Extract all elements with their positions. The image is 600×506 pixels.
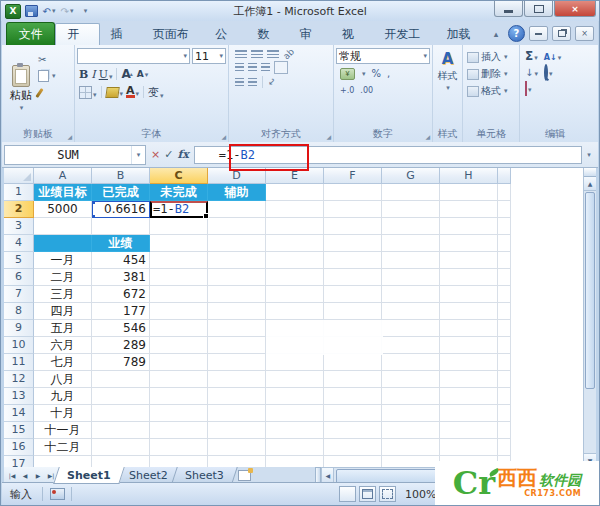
cell-G10[interactable]	[382, 337, 440, 354]
cell-F12[interactable]	[324, 371, 382, 388]
tab-视图[interactable]: 视图	[331, 24, 373, 45]
row-header-16[interactable]: 16	[4, 439, 34, 456]
wrap-text-button[interactable]: ↩	[266, 76, 278, 88]
cell-G16[interactable]	[382, 439, 440, 456]
cell-F3[interactable]	[324, 218, 382, 235]
increase-indent-button[interactable]	[248, 78, 257, 87]
column-header-H[interactable]: H	[440, 168, 498, 184]
row-header-9[interactable]: 9	[4, 320, 34, 337]
format-cells-button[interactable]: 格式▾	[465, 84, 517, 98]
cell-A4[interactable]	[34, 235, 92, 252]
column-header-D[interactable]: D	[208, 168, 266, 184]
cell-B12[interactable]	[92, 371, 150, 388]
cell-C17[interactable]	[150, 456, 208, 467]
cell-G12[interactable]	[382, 371, 440, 388]
excel-app-icon[interactable]: X	[5, 4, 21, 19]
cell-H13[interactable]	[440, 388, 498, 405]
percent-style-button[interactable]: %	[372, 68, 382, 79]
first-sheet-button[interactable]: |◀	[6, 469, 18, 482]
cell-H12[interactable]	[440, 371, 498, 388]
cell-B2[interactable]: 0.6616	[92, 201, 150, 218]
orientation-button[interactable]: ab	[281, 46, 296, 61]
accounting-format-button[interactable]: ¥	[340, 68, 355, 80]
cell-D1[interactable]: 辅助	[208, 184, 266, 201]
cell-C4[interactable]	[150, 235, 208, 252]
autosum-button[interactable]: Σ▾	[525, 49, 538, 63]
column-header-G[interactable]: G	[382, 168, 440, 184]
cell-D6[interactable]	[208, 269, 266, 286]
cell-E12[interactable]	[266, 371, 324, 388]
cell-C15[interactable]	[150, 422, 208, 439]
row-header-4[interactable]: 4	[4, 235, 34, 252]
align-right-button[interactable]	[261, 63, 270, 72]
row-header-10[interactable]: 10	[4, 337, 34, 354]
cell-G6[interactable]	[382, 269, 440, 286]
file-tab[interactable]: 文件	[6, 22, 55, 45]
row-header-3[interactable]: 3	[4, 218, 34, 235]
delete-cells-button[interactable]: 删除▾	[465, 67, 517, 81]
cell-F4[interactable]	[324, 235, 382, 252]
cell-A10[interactable]: 六月	[34, 337, 92, 354]
cell-H4[interactable]	[440, 235, 498, 252]
cell-H3[interactable]	[440, 218, 498, 235]
cell-H9[interactable]	[440, 320, 498, 337]
cell-D12[interactable]	[208, 371, 266, 388]
tab-开始[interactable]: 开始	[55, 23, 99, 45]
vertical-scroll-thumb[interactable]	[585, 192, 595, 389]
cell-E11[interactable]	[266, 354, 324, 371]
paste-button[interactable]: 粘贴 ▾	[4, 48, 38, 128]
cell-B7[interactable]: 672	[92, 286, 150, 303]
workbook-close-button[interactable]: ×	[575, 26, 594, 41]
cell-G7[interactable]	[382, 286, 440, 303]
italic-button[interactable]: I	[91, 68, 95, 81]
cell-F14[interactable]	[324, 405, 382, 422]
cell-F16[interactable]	[324, 439, 382, 456]
insert-function-button[interactable]: fx	[177, 148, 188, 161]
cell-C11[interactable]	[150, 354, 208, 371]
minimize-button[interactable]	[494, 1, 523, 17]
name-box[interactable]: SUM ▾	[4, 145, 146, 165]
cell-B10[interactable]: 289	[92, 337, 150, 354]
clear-button[interactable]: ▾	[525, 82, 532, 95]
expand-formula-bar-icon[interactable]: ▾	[582, 151, 596, 159]
cell-C16[interactable]	[150, 439, 208, 456]
cell-E16[interactable]	[266, 439, 324, 456]
save-button[interactable]	[23, 4, 39, 18]
cell-B6[interactable]: 381	[92, 269, 150, 286]
font-size-combo[interactable]: 11▾	[192, 48, 226, 64]
cell-B15[interactable]	[92, 422, 150, 439]
cell-C5[interactable]	[150, 252, 208, 269]
help-icon[interactable]: ?	[508, 25, 525, 42]
cell-B16[interactable]	[92, 439, 150, 456]
cell-D4[interactable]	[208, 235, 266, 252]
cell-C10[interactable]	[150, 337, 208, 354]
cell-E5[interactable]	[266, 252, 324, 269]
shrink-font-button[interactable]: A▾	[137, 69, 148, 79]
cell-G9[interactable]	[382, 320, 440, 337]
cell-B4[interactable]: 业绩	[92, 235, 150, 252]
align-center-button[interactable]	[248, 63, 257, 72]
cell-D11[interactable]	[208, 354, 266, 371]
column-header-B[interactable]: B	[92, 168, 150, 184]
cell-C8[interactable]	[150, 303, 208, 320]
borders-button[interactable]: ▾	[79, 86, 97, 99]
cell-A17[interactable]	[34, 456, 92, 467]
tab-开发工具[interactable]: 开发工具	[373, 24, 435, 45]
fill-button[interactable]: ↓▾	[525, 66, 538, 79]
number-format-combo[interactable]: 常规▾	[336, 48, 430, 64]
scroll-up-icon[interactable]: ▲	[584, 177, 596, 191]
cell-F17[interactable]	[324, 456, 382, 467]
styles-button[interactable]: 样式	[438, 69, 458, 83]
tab-审阅[interactable]: 审阅	[289, 24, 331, 45]
formula-input[interactable]: =1-B2	[194, 146, 582, 164]
cell-E1[interactable]	[266, 184, 324, 201]
cell-C14[interactable]	[150, 405, 208, 422]
enter-formula-button[interactable]: ✓	[164, 148, 173, 161]
maximize-button[interactable]	[524, 1, 553, 17]
cell-D8[interactable]	[208, 303, 266, 320]
tab-公式[interactable]: 公式	[204, 24, 246, 45]
cell-F15[interactable]	[324, 422, 382, 439]
cell-A3[interactable]	[34, 218, 92, 235]
cell-F11[interactable]	[324, 354, 382, 371]
cell-A11[interactable]: 七月	[34, 354, 92, 371]
